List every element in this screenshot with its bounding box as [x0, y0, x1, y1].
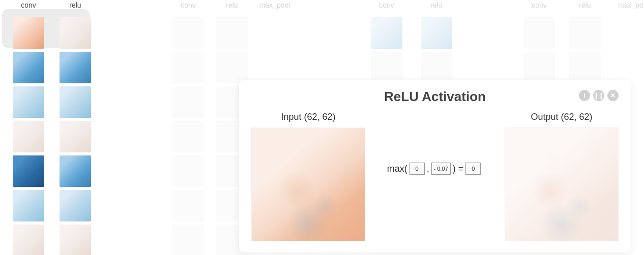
layer-column-maxpool-2: max_po — [610, 0, 644, 14]
activation-thumbnail[interactable] — [172, 225, 204, 255]
pause-button[interactable]: ❙❙ — [593, 90, 604, 101]
activation-thumbnail[interactable] — [60, 155, 91, 187]
detail-modal: ReLU Activation i ❙❙ ✕ Input (62, 62) ma… — [239, 80, 631, 252]
output-activation-map[interactable] — [505, 128, 619, 241]
map-texture — [505, 128, 618, 241]
activation-thumbnail[interactable] — [60, 52, 91, 83]
column-header: relu — [212, 0, 252, 14]
column-header: conv — [8, 0, 49, 14]
activation-thumbnail[interactable] — [13, 225, 44, 255]
info-button[interactable]: i — [579, 90, 590, 101]
formula-arg-zero: 0 — [409, 163, 425, 175]
activation-thumbnail[interactable] — [172, 86, 204, 118]
activation-thumbnail[interactable] — [13, 121, 44, 152]
activation-thumbnail[interactable] — [60, 225, 91, 255]
activation-thumbnail[interactable] — [172, 17, 204, 49]
formula-result: 0 — [465, 163, 481, 175]
activation-thumbnail[interactable] — [569, 17, 601, 49]
layer-column-relu-4: relu — [565, 0, 605, 86]
activation-thumbnail[interactable] — [13, 190, 44, 221]
activation-thumbnail[interactable] — [371, 17, 402, 49]
activation-thumbnail[interactable] — [523, 17, 555, 49]
column-header: relu — [565, 0, 605, 14]
pause-icon: ❙❙ — [594, 92, 604, 99]
activation-thumbnail[interactable] — [216, 52, 248, 83]
input-activation-map[interactable] — [251, 128, 365, 241]
formula-close: ) = — [453, 164, 464, 174]
modal-title: ReLU Activation — [251, 89, 619, 105]
column-header: relu — [55, 0, 96, 14]
layer-column-relu-3: relu — [416, 0, 457, 86]
modal-header: ReLU Activation i ❙❙ ✕ — [251, 89, 619, 105]
output-label: Output (62, 62) — [505, 112, 619, 122]
layer-column-conv-2: conv — [168, 0, 209, 255]
formula-arg-input: - 0.07 — [431, 163, 451, 175]
activation-thumbnail[interactable] — [13, 52, 44, 83]
info-icon: i — [583, 92, 585, 99]
map-texture — [252, 128, 365, 241]
layer-column-relu-1: relu — [55, 0, 96, 255]
activation-thumbnail[interactable] — [421, 52, 452, 83]
activation-thumbnail[interactable] — [421, 17, 452, 49]
activation-thumbnail[interactable] — [13, 17, 44, 49]
activation-thumbnail[interactable] — [172, 52, 204, 83]
activation-thumbnail[interactable] — [13, 86, 44, 118]
activation-thumbnail[interactable] — [569, 52, 601, 83]
layer-column-conv-4: conv — [519, 0, 560, 86]
modal-controls: i ❙❙ ✕ — [579, 90, 619, 101]
activation-thumbnail[interactable] — [172, 190, 204, 221]
activation-thumbnail[interactable] — [60, 190, 91, 221]
modal-body: Input (62, 62) max( 0 , - 0.07 ) = 0 Out… — [251, 112, 619, 241]
input-panel: Input (62, 62) — [251, 112, 365, 241]
formula-prefix: max( — [387, 164, 407, 174]
activation-thumbnail[interactable] — [60, 86, 91, 118]
activation-thumbnail[interactable] — [172, 121, 204, 152]
column-header: conv — [519, 0, 560, 14]
column-header: max_po — [610, 0, 644, 14]
close-icon: ✕ — [610, 92, 616, 99]
layer-column-conv-1: conv — [8, 0, 49, 255]
output-panel: Output (62, 62) — [505, 112, 619, 241]
formula-comma: , — [427, 164, 429, 174]
activation-thumbnail[interactable] — [60, 17, 91, 49]
activation-thumbnail[interactable] — [523, 52, 555, 83]
activation-thumbnail[interactable] — [371, 52, 402, 83]
close-button[interactable]: ✕ — [607, 90, 619, 101]
activation-thumbnail[interactable] — [13, 155, 44, 187]
column-header: max_pool — [254, 0, 295, 14]
input-label: Input (62, 62) — [251, 112, 365, 122]
column-header: conv — [168, 0, 209, 14]
activation-thumbnail[interactable] — [60, 121, 91, 152]
layer-column-conv-3: conv — [366, 0, 407, 86]
layer-column-maxpool-1: max_pool — [254, 0, 295, 14]
column-header: conv — [366, 0, 407, 14]
activation-thumbnail[interactable] — [172, 155, 204, 187]
relu-formula: max( 0 , - 0.07 ) = 0 — [370, 163, 500, 175]
activation-thumbnail[interactable] — [216, 17, 248, 49]
column-header: relu — [416, 0, 457, 14]
